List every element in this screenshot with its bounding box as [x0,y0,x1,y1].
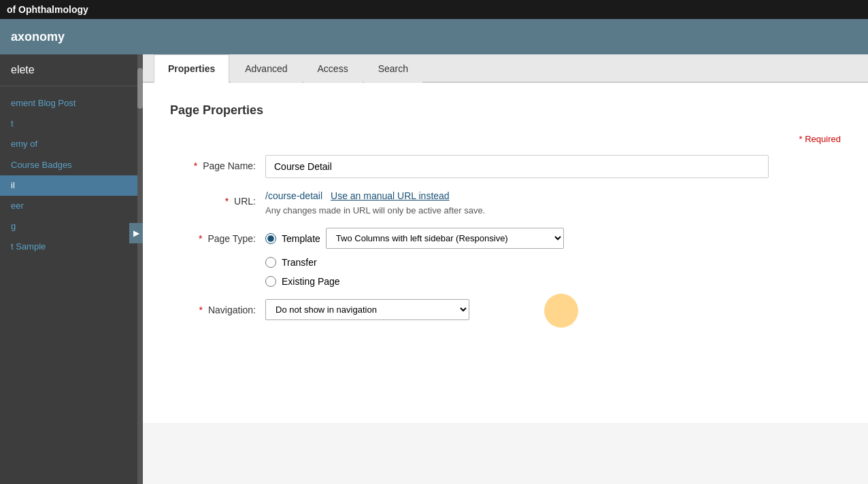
page-properties-title: Page Properties [170,103,841,118]
sidebar-item-2[interactable]: emy of [0,134,143,154]
page-name-label: * Page Name: [170,155,265,171]
page-type-template-label: Template [282,233,320,244]
taxonomy-bar: axonomy [0,19,868,54]
content-area: Properties Advanced Access Search Page P… [143,54,868,484]
sidebar-scrollbar[interactable] [137,54,143,484]
page-type-row: * Page Type: Template Two Columns with l… [170,228,841,287]
sidebar-scroll-thumb [137,68,143,109]
sidebar: elete ement Blog Post t emy of Course Ba… [0,54,143,484]
tab-access[interactable]: Access [303,54,363,83]
page-type-field: Template Two Columns with left sidebar (… [265,228,841,287]
page-type-label: * Page Type: [170,228,265,244]
url-required-star: * [225,196,229,207]
sidebar-item-g[interactable]: g [0,216,143,237]
page-type-existing-radio[interactable] [265,276,276,287]
page-type-template-radio[interactable] [265,233,276,244]
tab-search[interactable]: Search [364,54,422,83]
navigation-label: * Navigation: [170,299,265,315]
page-type-template-row: Template Two Columns with left sidebar (… [265,228,841,249]
required-note: * Required [170,134,841,144]
sidebar-delete-label: elete [0,54,143,86]
page-properties-form: Page Properties * Required * Page Name: [143,83,868,423]
page-type-transfer-radio[interactable] [265,257,276,268]
url-row: * URL: /course-detail Use an manual URL … [170,190,841,215]
sidebar-item-sample[interactable]: t Sample [0,237,143,257]
sidebar-item-eer[interactable]: eer [0,196,143,216]
sidebar-item-active[interactable]: il [0,175,143,196]
navigation-select[interactable]: Do not show in navigation Show in naviga… [265,299,469,320]
page-name-field [265,155,841,178]
sidebar-item-course-badges[interactable]: Course Badges [0,155,143,175]
page-name-input[interactable] [265,155,769,178]
page-type-existing-label: Existing Page [282,276,340,287]
sidebar-items: ement Blog Post t emy of Course Badges i… [0,86,143,264]
navigation-row: * Navigation: Do not show in navigation … [170,299,841,320]
sidebar-expand-arrow[interactable]: ▶ [129,223,143,243]
top-bar: of Ophthalmology [0,0,868,19]
template-select[interactable]: Two Columns with left sidebar (Responsiv… [326,228,564,249]
page-type-transfer-row: Transfer [265,257,841,268]
tab-properties[interactable]: Properties [154,54,229,83]
url-label: * URL: [170,190,265,207]
page-type-transfer-label: Transfer [282,257,317,268]
sidebar-item-1[interactable]: t [0,114,143,134]
page-name-row: * Page Name: [170,155,841,178]
page-type-required-star: * [199,233,202,244]
sidebar-item-0[interactable]: ement Blog Post [0,93,143,114]
top-bar-title: of Ophthalmology [7,4,88,15]
navigation-required-star: * [199,305,203,315]
url-field: /course-detail Use an manual URL instead… [265,190,841,215]
properties-content: Page Properties * Required * Page Name: [143,83,868,423]
manual-url-link[interactable]: Use an manual URL instead [331,190,450,201]
page-name-required-star: * [194,160,197,171]
tabs-bar: Properties Advanced Access Search [143,54,868,83]
taxonomy-title: axonomy [11,30,65,44]
url-note: Any changes made in URL will only be act… [265,205,841,215]
url-value-row: /course-detail Use an manual URL instead [265,190,841,201]
tab-advanced[interactable]: Advanced [231,54,301,83]
url-value: /course-detail [265,190,322,201]
navigation-field: Do not show in navigation Show in naviga… [265,299,841,320]
page-type-existing-row: Existing Page [265,276,841,287]
page-type-radio-group: Template Two Columns with left sidebar (… [265,228,841,287]
